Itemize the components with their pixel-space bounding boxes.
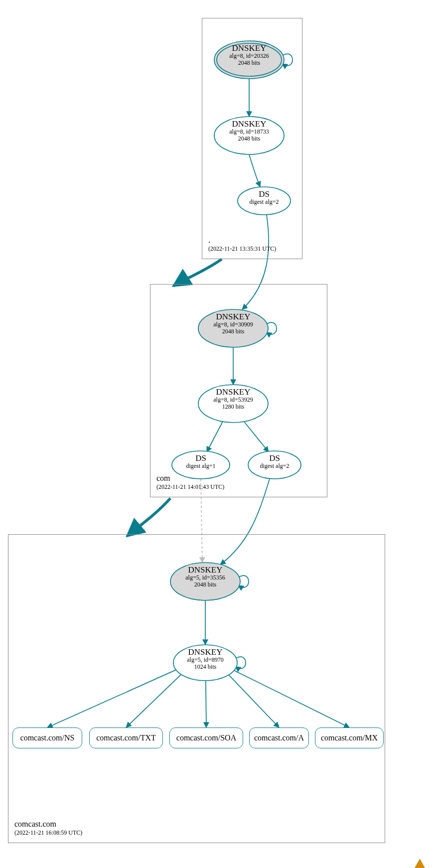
node-root_ksk-line2: 2048 bits	[204, 59, 294, 66]
zone-root-timestamp: (2022-11-21 13:35:31 UTC)	[208, 245, 276, 253]
node-root_ksk-line1: alg=8, id=20326	[204, 52, 294, 59]
node-com_ds2-line1: digest alg=2	[230, 462, 319, 469]
zone-com-label: com	[156, 474, 170, 483]
node-root_zsk-line1: alg=8, id=18733	[204, 128, 294, 135]
zone-com-timestamp: (2022-11-21 14:01:43 UTC)	[156, 483, 224, 491]
warn-edge-e4-icon	[203, 695, 213, 705]
record-r_ns: comcast.com/NS	[12, 727, 82, 748]
node-com_ksk-line1: alg=8, id=30909	[188, 321, 278, 328]
node-com_zsk: DNSKEYalg=8, id=539291280 bits	[188, 388, 278, 411]
node-cc_ksk-title: DNSKEY	[160, 566, 250, 574]
node-cc_ksk-line2: 2048 bits	[160, 581, 250, 588]
warn-edge-e5-icon	[252, 695, 262, 705]
warn-edge-e2-icon	[132, 695, 142, 705]
node-root_zsk-line2: 2048 bits	[204, 135, 294, 142]
node-com_ds2-title: DS	[230, 454, 319, 462]
node-cc_ksk-line1: alg=5, id=35356	[160, 574, 250, 581]
zone-root-label: .	[208, 236, 210, 245]
node-com_ksk-line2: 2048 bits	[188, 328, 278, 335]
node-com_ksk: DNSKEYalg=8, id=309092048 bits	[188, 312, 278, 335]
node-root_ds: DSdigest alg=2	[219, 190, 309, 205]
node-cc_ksk: DNSKEYalg=5, id=353562048 bits	[160, 566, 250, 588]
node-com_ksk-title: DNSKEY	[188, 312, 278, 321]
node-root_ksk-title: DNSKEY	[204, 44, 294, 52]
node-root_ksk: DNSKEYalg=8, id=203262048 bits	[204, 44, 294, 67]
warn-edge-e1-icon	[203, 624, 213, 634]
node-root_ds-line1: digest alg=2	[219, 198, 309, 205]
node-com_ds2: DSdigest alg=2	[230, 454, 319, 469]
node-root_zsk-title: DNSKEY	[204, 120, 294, 128]
warn-edge-e6-icon	[298, 695, 308, 705]
warn-edge-e3-icon	[166, 695, 176, 705]
zone-comcast-label: comcast.com	[14, 820, 56, 829]
node-root_zsk: DNSKEYalg=8, id=187332048 bits	[204, 120, 294, 143]
warn-cc-ksk-selfloop-icon	[251, 577, 261, 586]
node-com_zsk-line2: 1280 bits	[188, 403, 278, 410]
zone-comcast-timestamp: (2022-11-21 16:08:59 UTC)	[14, 829, 82, 837]
node-root_ds-title: DS	[219, 190, 309, 198]
node-com_zsk-line1: alg=8, id=53929	[188, 396, 278, 403]
node-com_zsk-title: DNSKEY	[188, 388, 278, 396]
